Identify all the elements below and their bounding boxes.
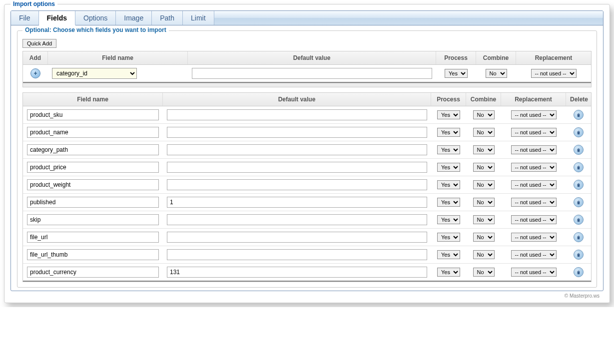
import-options-panel: Import options FileFieldsOptionsImagePat… <box>4 4 610 303</box>
field-name-input[interactable] <box>27 179 159 190</box>
process-select[interactable]: Yes <box>437 233 460 242</box>
field-name-input[interactable] <box>27 214 159 225</box>
delete-row-button[interactable] <box>574 215 584 225</box>
combine-select[interactable]: No <box>473 215 495 224</box>
table-row: YesNo-- not used -- <box>23 194 591 211</box>
tab-fields[interactable]: Fields <box>39 11 75 25</box>
header-process: Process <box>436 51 476 64</box>
replacement-select[interactable]: -- not used -- <box>531 69 577 78</box>
header-delete: Delete <box>566 93 591 106</box>
field-name-input[interactable] <box>27 232 159 243</box>
table-row: YesNo-- not used -- <box>23 211 591 229</box>
fields-section: Optional: Choose which fields you want t… <box>17 30 597 288</box>
header-field-name: Field name <box>48 51 188 64</box>
field-name-input[interactable] <box>27 109 159 120</box>
header-default-value: Default value <box>163 93 431 106</box>
delete-row-button[interactable] <box>574 145 584 155</box>
header-default-value: Default value <box>188 51 436 64</box>
default-value-input[interactable] <box>167 232 427 243</box>
process-select[interactable]: Yes <box>437 250 460 259</box>
field-name-input[interactable] <box>27 267 159 278</box>
default-value-input[interactable] <box>167 144 427 155</box>
process-select[interactable]: Yes <box>437 198 460 207</box>
table-row: YesNo-- not used -- <box>23 264 591 282</box>
header-combine: Combine <box>466 93 501 106</box>
field-name-input[interactable] <box>27 197 159 208</box>
delete-row-button[interactable] <box>574 232 584 242</box>
add-table-header: Add Field name Default value Process Com… <box>22 51 592 65</box>
field-name-input[interactable] <box>27 127 159 138</box>
process-select[interactable]: Yes <box>437 128 460 137</box>
table-row: YesNo-- not used -- <box>23 106 591 124</box>
default-value-input[interactable] <box>167 197 427 208</box>
header-replacement: Replacement <box>501 93 566 106</box>
tabs-container: FileFieldsOptionsImagePathLimit Optional… <box>10 10 604 291</box>
replacement-select[interactable]: -- not used -- <box>511 110 557 119</box>
header-add: Add <box>23 51 48 64</box>
default-value-input[interactable] <box>167 267 427 278</box>
default-value-input[interactable] <box>167 214 427 225</box>
table-row: YesNo-- not used -- <box>23 246 591 264</box>
process-select[interactable]: Yes <box>437 145 460 154</box>
field-name-input[interactable] <box>27 249 159 260</box>
default-value-input[interactable] <box>167 179 427 190</box>
combine-select[interactable]: No <box>473 145 495 154</box>
default-value-input[interactable] <box>192 68 432 79</box>
process-select[interactable]: Yes <box>437 180 460 189</box>
delete-row-button[interactable] <box>574 250 584 260</box>
header-combine: Combine <box>476 51 516 64</box>
combine-select[interactable]: No <box>486 69 507 78</box>
delete-row-button[interactable] <box>574 180 584 190</box>
tab-options[interactable]: Options <box>75 11 116 25</box>
tab-path[interactable]: Path <box>152 11 183 25</box>
field-name-input[interactable] <box>27 162 159 173</box>
combine-select[interactable]: No <box>473 180 495 189</box>
delete-row-button[interactable] <box>574 162 584 172</box>
combine-select[interactable]: No <box>473 250 495 259</box>
combine-select[interactable]: No <box>473 163 495 172</box>
delete-row-button[interactable] <box>574 110 584 120</box>
default-value-input[interactable] <box>167 162 427 173</box>
process-select[interactable]: Yes <box>437 163 460 172</box>
delete-row-button[interactable] <box>574 267 584 277</box>
footer-credit: © Masterpro.ws <box>10 291 604 300</box>
replacement-select[interactable]: -- not used -- <box>511 268 557 277</box>
quick-add-button[interactable]: Quick Add <box>22 39 56 48</box>
combine-select[interactable]: No <box>473 198 495 207</box>
tab-limit[interactable]: Limit <box>183 11 214 25</box>
replacement-select[interactable]: -- not used -- <box>511 233 557 242</box>
combine-select[interactable]: No <box>473 233 495 242</box>
combine-select[interactable]: No <box>473 110 495 119</box>
combine-select[interactable]: No <box>473 268 495 277</box>
field-name-select[interactable]: category_id <box>52 68 137 79</box>
process-select[interactable]: Yes <box>437 268 460 277</box>
header-replacement: Replacement <box>516 51 591 64</box>
default-value-input[interactable] <box>167 127 427 138</box>
replacement-select[interactable]: -- not used -- <box>511 198 557 207</box>
field-name-input[interactable] <box>27 144 159 155</box>
replacement-select[interactable]: -- not used -- <box>511 163 557 172</box>
process-select[interactable]: Yes <box>437 215 460 224</box>
replacement-select[interactable]: -- not used -- <box>511 145 557 154</box>
delete-row-button[interactable] <box>574 127 584 137</box>
delete-row-button[interactable] <box>574 197 584 207</box>
tab-image[interactable]: Image <box>116 11 152 25</box>
replacement-select[interactable]: -- not used -- <box>511 128 557 137</box>
table-row: YesNo-- not used -- <box>23 229 591 246</box>
header-process: Process <box>431 93 466 106</box>
section-title: Optional: Choose which fields you want t… <box>22 26 169 33</box>
tab-file[interactable]: File <box>11 11 39 25</box>
add-field-button[interactable]: + <box>30 68 40 78</box>
panel-title: Import options <box>10 0 57 7</box>
default-value-input[interactable] <box>167 249 427 260</box>
default-value-input[interactable] <box>167 109 427 120</box>
replacement-select[interactable]: -- not used -- <box>511 250 557 259</box>
replacement-select[interactable]: -- not used -- <box>511 215 557 224</box>
process-select[interactable]: Yes <box>445 69 468 78</box>
replacement-select[interactable]: -- not used -- <box>511 180 557 189</box>
combine-select[interactable]: No <box>473 128 495 137</box>
table-row: YesNo-- not used -- <box>23 159 591 176</box>
header-field-name: Field name <box>23 93 163 106</box>
fields-table-header: Field name Default value Process Combine… <box>22 92 592 106</box>
process-select[interactable]: Yes <box>437 110 460 119</box>
